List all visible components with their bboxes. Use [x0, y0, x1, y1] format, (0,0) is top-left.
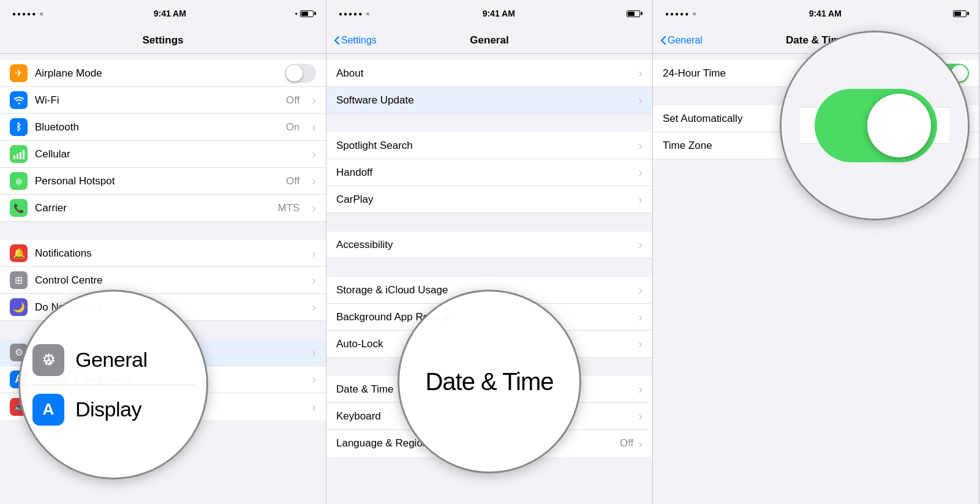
cellular-label: Cellular — [35, 148, 302, 160]
zoom-content-3 — [782, 32, 968, 219]
cellular-icon — [10, 145, 28, 163]
row-carrier[interactable]: 📞 Carrier MTS — [0, 195, 326, 222]
zoom-circle-general: ⚙ General A Display — [18, 290, 208, 480]
signal-dots-1: ●●●●● ≈ — [12, 10, 44, 17]
nav-bar-settings: Settings — [0, 27, 326, 54]
back-label-general: General — [668, 35, 703, 46]
cellular-chevron — [309, 147, 316, 161]
carplay-label: CarPlay — [336, 194, 636, 206]
row-accessibility[interactable]: Accessibility — [326, 231, 652, 258]
controlcenter-icon: ⊞ — [10, 271, 28, 289]
carrier-label: Carrier — [35, 202, 270, 214]
controlcenter-chevron — [309, 273, 316, 287]
airplane-icon: ✈ — [10, 64, 28, 82]
zoom-circle-toggle — [780, 31, 970, 220]
signal-dots-2: ●●●●● ≈ — [339, 10, 371, 17]
notifications-icon: 🔔 — [10, 244, 28, 262]
spotlight-chevron — [636, 138, 643, 152]
dnd-icon: 🌙 — [10, 298, 28, 316]
zoom-general-label: General — [75, 348, 147, 372]
autolock-chevron — [636, 337, 643, 351]
back-label-settings: Settings — [341, 35, 377, 46]
battery-2 — [627, 10, 640, 17]
bluetooth-icon: ᛒ — [10, 118, 28, 136]
row-handoff[interactable]: Handoff — [326, 159, 652, 186]
zoom-display-label: Display — [75, 397, 141, 421]
about-label: About — [336, 67, 636, 80]
zoom-circle-datetime: Date & Time — [398, 290, 581, 473]
spotlight-label: Spotlight Search — [336, 140, 636, 152]
carrier-chevron — [309, 201, 316, 215]
about-chevron — [636, 66, 643, 80]
svg-rect-0 — [13, 156, 15, 159]
display-chevron — [309, 372, 316, 386]
status-bar-2: ●●●●● ≈ 9:41 AM — [326, 0, 652, 27]
row-hotspot[interactable]: ⊕ Personal Hotspot Off — [0, 168, 326, 195]
row-software-update[interactable]: Software Update — [326, 87, 652, 114]
carplay-chevron — [636, 192, 643, 206]
software-update-label: Software Update — [336, 94, 636, 107]
panel-general: ●●●●● ≈ 9:41 AM Settings General About S… — [326, 0, 653, 504]
notifications-label: Notifications — [35, 247, 302, 260]
bluetooth-label: Bluetooth — [35, 121, 279, 134]
svg-rect-3 — [23, 150, 24, 159]
bluetooth-value: On — [286, 121, 300, 134]
zoom-content-1: ⚙ General A Display — [20, 291, 206, 478]
hotspot-value: Off — [286, 175, 300, 187]
row-about[interactable]: About — [326, 60, 652, 87]
accessibility-label: Accessibility — [336, 239, 636, 251]
dnd-chevron — [309, 300, 316, 314]
row-spotlight[interactable]: Spotlight Search — [326, 132, 652, 159]
row-wifi[interactable]: Wi-Fi Off — [0, 87, 326, 114]
airplane-toggle[interactable] — [285, 64, 316, 83]
general-chevron — [309, 345, 316, 359]
toggle-knob-airplane — [286, 65, 303, 81]
row-controlcenter[interactable]: ⊞ Control Centre — [0, 267, 326, 294]
panel-settings: ●●●●● ≈ 9:41 AM ▪ Settings ✈ Airplane Mo… — [0, 0, 326, 504]
time-2: 9:41 AM — [483, 9, 515, 18]
carrier-icon: 📞 — [10, 199, 28, 217]
back-to-settings[interactable]: Settings — [334, 35, 377, 46]
battery-icon-2 — [627, 10, 640, 17]
zoom-toggle[interactable] — [815, 89, 937, 162]
time-1: 9:41 AM — [154, 9, 186, 18]
zoom-display-icon: A — [32, 394, 64, 426]
back-to-general[interactable]: General — [660, 35, 703, 46]
svg-rect-1 — [17, 154, 18, 159]
hotspot-icon: ⊕ — [10, 172, 28, 190]
sounds-chevron — [309, 400, 316, 414]
bluetooth-chevron — [309, 120, 316, 134]
notifications-chevron — [309, 246, 316, 260]
battery-icon-1 — [300, 10, 314, 17]
nav-title-general: General — [470, 34, 508, 47]
zoom-general-icon: ⚙ — [32, 344, 64, 376]
row-carplay[interactable]: CarPlay — [326, 186, 652, 213]
row-airplane-mode[interactable]: ✈ Airplane Mode — [0, 60, 326, 87]
wifi-label: Wi-Fi — [35, 94, 279, 107]
nav-title-settings: Settings — [142, 34, 183, 47]
wifi-icon — [10, 91, 28, 109]
zoom-row-display: A Display — [32, 385, 194, 434]
zoom-datetime-label: Date & Time — [425, 368, 553, 396]
storage-chevron — [636, 283, 643, 297]
hotspot-label: Personal Hotspot — [35, 175, 279, 187]
airplane-label: Airplane Mode — [35, 67, 277, 80]
status-bar-1: ●●●●● ≈ 9:41 AM ▪ — [0, 0, 326, 27]
zoom-row-general: ⚙ General — [32, 336, 194, 385]
svg-rect-2 — [20, 152, 21, 159]
handoff-chevron — [636, 165, 643, 179]
software-update-chevron — [636, 93, 643, 107]
battery-3 — [953, 10, 967, 17]
signal-dots-3: ●●●●● ≈ — [665, 10, 697, 17]
controlcenter-label: Control Centre — [35, 274, 302, 287]
row-bluetooth[interactable]: ᛒ Bluetooth On — [0, 114, 326, 141]
keyboard-chevron — [636, 409, 643, 423]
panel-datetime: ●●●●● ≈ 9:41 AM General Date & Time 24-H… — [653, 0, 979, 504]
datetime-chevron — [636, 382, 643, 396]
wifi-chevron — [309, 93, 316, 107]
background-chevron — [636, 310, 643, 324]
handoff-label: Handoff — [336, 167, 636, 179]
row-notifications[interactable]: 🔔 Notifications — [0, 240, 326, 267]
carrier-value: MTS — [277, 202, 300, 214]
row-cellular[interactable]: Cellular — [0, 141, 326, 168]
